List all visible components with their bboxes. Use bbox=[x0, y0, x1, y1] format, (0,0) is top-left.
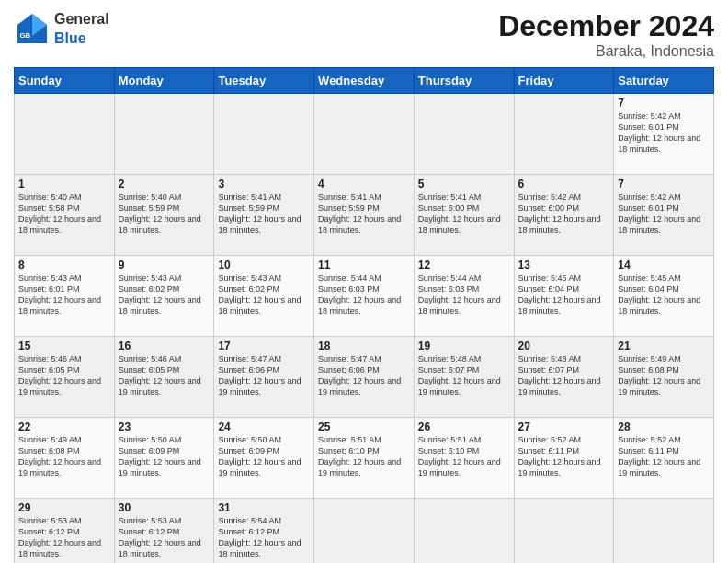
day-detail: Sunrise: 5:46 AMSunset: 6:05 PMDaylight:… bbox=[119, 353, 210, 398]
day-detail: Sunrise: 5:42 AMSunset: 6:00 PMDaylight:… bbox=[518, 191, 610, 236]
calendar-table: Sunday Monday Tuesday Wednesday Thursday… bbox=[14, 67, 714, 563]
day-detail: Sunrise: 5:44 AMSunset: 6:03 PMDaylight:… bbox=[318, 272, 410, 317]
page: GB General Blue December 2024 Baraka, In… bbox=[0, 0, 728, 563]
day-detail: Sunrise: 5:44 AMSunset: 6:03 PMDaylight:… bbox=[418, 272, 510, 317]
table-row: 20Sunrise: 5:48 AMSunset: 6:07 PMDayligh… bbox=[514, 337, 614, 418]
table-row: 21Sunrise: 5:49 AMSunset: 6:08 PMDayligh… bbox=[614, 337, 714, 418]
calendar-week-row: 22Sunrise: 5:49 AMSunset: 6:08 PMDayligh… bbox=[15, 418, 714, 499]
table-row bbox=[414, 94, 514, 175]
day-number: 3 bbox=[218, 178, 310, 190]
day-detail: Sunrise: 5:42 AMSunset: 6:01 PMDaylight:… bbox=[618, 191, 710, 236]
table-row: 31Sunrise: 5:54 AMSunset: 6:12 PMDayligh… bbox=[214, 499, 314, 564]
day-number: 4 bbox=[318, 178, 410, 190]
day-number: 26 bbox=[418, 420, 510, 433]
col-thursday: Thursday bbox=[414, 68, 514, 94]
day-detail: Sunrise: 5:54 AMSunset: 6:12 PMDaylight:… bbox=[218, 515, 310, 560]
day-detail: Sunrise: 5:53 AMSunset: 6:12 PMDaylight:… bbox=[18, 515, 110, 560]
table-row: 26Sunrise: 5:51 AMSunset: 6:10 PMDayligh… bbox=[414, 418, 514, 499]
day-number: 13 bbox=[518, 259, 610, 271]
day-number: 29 bbox=[18, 501, 110, 514]
day-detail: Sunrise: 5:40 AMSunset: 5:59 PMDaylight:… bbox=[119, 191, 210, 236]
table-row bbox=[614, 499, 714, 564]
day-number: 7 bbox=[618, 97, 710, 109]
table-row: 30Sunrise: 5:53 AMSunset: 6:12 PMDayligh… bbox=[114, 499, 214, 564]
table-row: 1Sunrise: 5:40 AMSunset: 5:58 PMDaylight… bbox=[15, 175, 115, 256]
day-number: 6 bbox=[518, 178, 610, 190]
logo: GB General Blue bbox=[14, 9, 109, 48]
day-detail: Sunrise: 5:47 AMSunset: 6:06 PMDaylight:… bbox=[218, 353, 310, 398]
table-row: 13Sunrise: 5:45 AMSunset: 6:04 PMDayligh… bbox=[514, 256, 614, 337]
day-number: 10 bbox=[218, 259, 310, 271]
calendar-week-row: 1Sunrise: 5:40 AMSunset: 5:58 PMDaylight… bbox=[15, 175, 714, 256]
day-detail: Sunrise: 5:43 AMSunset: 6:01 PMDaylight:… bbox=[18, 272, 110, 317]
day-number: 14 bbox=[618, 259, 710, 271]
day-detail: Sunrise: 5:46 AMSunset: 6:05 PMDaylight:… bbox=[18, 353, 110, 398]
day-detail: Sunrise: 5:45 AMSunset: 6:04 PMDaylight:… bbox=[618, 272, 710, 317]
table-row: 7Sunrise: 5:42 AMSunset: 6:01 PMDaylight… bbox=[614, 175, 714, 256]
day-detail: Sunrise: 5:40 AMSunset: 5:58 PMDaylight:… bbox=[18, 191, 110, 236]
table-row: 14Sunrise: 5:45 AMSunset: 6:04 PMDayligh… bbox=[614, 256, 714, 337]
table-row: 23Sunrise: 5:50 AMSunset: 6:09 PMDayligh… bbox=[114, 418, 214, 499]
day-number: 9 bbox=[119, 259, 210, 271]
table-row: 4Sunrise: 5:41 AMSunset: 5:59 PMDaylight… bbox=[314, 175, 415, 256]
table-row: 7Sunrise: 5:42 AMSunset: 6:01 PMDaylight… bbox=[614, 94, 714, 175]
table-row: 9Sunrise: 5:43 AMSunset: 6:02 PMDaylight… bbox=[114, 256, 214, 337]
calendar-header-row: Sunday Monday Tuesday Wednesday Thursday… bbox=[15, 68, 714, 94]
day-number: 7 bbox=[618, 178, 710, 190]
table-row bbox=[514, 94, 614, 175]
day-detail: Sunrise: 5:52 AMSunset: 6:11 PMDaylight:… bbox=[518, 434, 610, 479]
col-saturday: Saturday bbox=[614, 68, 714, 94]
table-row bbox=[414, 499, 514, 564]
table-row: 22Sunrise: 5:49 AMSunset: 6:08 PMDayligh… bbox=[15, 418, 115, 499]
calendar-week-row: 8Sunrise: 5:43 AMSunset: 6:01 PMDaylight… bbox=[15, 256, 714, 337]
table-row: 27Sunrise: 5:52 AMSunset: 6:11 PMDayligh… bbox=[514, 418, 614, 499]
table-row: 28Sunrise: 5:52 AMSunset: 6:11 PMDayligh… bbox=[614, 418, 714, 499]
header: GB General Blue December 2024 Baraka, In… bbox=[14, 9, 714, 60]
table-row: 25Sunrise: 5:51 AMSunset: 6:10 PMDayligh… bbox=[314, 418, 415, 499]
col-sunday: Sunday bbox=[15, 68, 115, 94]
day-detail: Sunrise: 5:43 AMSunset: 6:02 PMDaylight:… bbox=[218, 272, 310, 317]
day-number: 30 bbox=[119, 501, 210, 514]
day-detail: Sunrise: 5:50 AMSunset: 6:09 PMDaylight:… bbox=[218, 434, 310, 479]
table-row: 24Sunrise: 5:50 AMSunset: 6:09 PMDayligh… bbox=[214, 418, 314, 499]
calendar-week-row: 15Sunrise: 5:46 AMSunset: 6:05 PMDayligh… bbox=[15, 337, 714, 418]
day-detail: Sunrise: 5:45 AMSunset: 6:04 PMDaylight:… bbox=[518, 272, 610, 317]
day-number: 25 bbox=[318, 420, 410, 433]
day-detail: Sunrise: 5:41 AMSunset: 5:59 PMDaylight:… bbox=[318, 191, 410, 236]
main-title: December 2024 bbox=[498, 9, 714, 43]
table-row: 17Sunrise: 5:47 AMSunset: 6:06 PMDayligh… bbox=[214, 337, 314, 418]
day-number: 1 bbox=[18, 178, 110, 190]
day-number: 12 bbox=[418, 259, 510, 271]
table-row bbox=[15, 94, 115, 175]
day-number: 20 bbox=[518, 339, 610, 352]
table-row: 10Sunrise: 5:43 AMSunset: 6:02 PMDayligh… bbox=[214, 256, 314, 337]
day-detail: Sunrise: 5:48 AMSunset: 6:07 PMDaylight:… bbox=[418, 353, 510, 398]
day-number: 16 bbox=[119, 339, 210, 352]
table-row: 11Sunrise: 5:44 AMSunset: 6:03 PMDayligh… bbox=[314, 256, 415, 337]
day-detail: Sunrise: 5:43 AMSunset: 6:02 PMDaylight:… bbox=[119, 272, 210, 317]
day-detail: Sunrise: 5:49 AMSunset: 6:08 PMDaylight:… bbox=[618, 353, 710, 398]
day-detail: Sunrise: 5:51 AMSunset: 6:10 PMDaylight:… bbox=[418, 434, 510, 479]
day-detail: Sunrise: 5:53 AMSunset: 6:12 PMDaylight:… bbox=[119, 515, 210, 560]
table-row: 19Sunrise: 5:48 AMSunset: 6:07 PMDayligh… bbox=[414, 337, 514, 418]
calendar-week-row: 7Sunrise: 5:42 AMSunset: 6:01 PMDaylight… bbox=[15, 94, 714, 175]
day-number: 23 bbox=[119, 420, 210, 433]
day-detail: Sunrise: 5:50 AMSunset: 6:09 PMDaylight:… bbox=[119, 434, 210, 479]
table-row: 6Sunrise: 5:42 AMSunset: 6:00 PMDaylight… bbox=[514, 175, 614, 256]
day-number: 15 bbox=[18, 339, 110, 352]
day-number: 19 bbox=[418, 339, 510, 352]
day-number: 27 bbox=[518, 420, 610, 433]
logo-blue-text: Blue bbox=[54, 30, 86, 46]
day-number: 21 bbox=[618, 339, 710, 352]
day-number: 11 bbox=[318, 259, 410, 271]
table-row: 12Sunrise: 5:44 AMSunset: 6:03 PMDayligh… bbox=[414, 256, 514, 337]
table-row bbox=[214, 94, 314, 175]
col-tuesday: Tuesday bbox=[214, 68, 314, 94]
day-number: 2 bbox=[119, 178, 210, 190]
logo-general-text: General bbox=[54, 11, 109, 27]
day-number: 24 bbox=[218, 420, 310, 433]
table-row: 29Sunrise: 5:53 AMSunset: 6:12 PMDayligh… bbox=[15, 499, 115, 564]
day-number: 22 bbox=[18, 420, 110, 433]
day-detail: Sunrise: 5:48 AMSunset: 6:07 PMDaylight:… bbox=[518, 353, 610, 398]
day-number: 17 bbox=[218, 339, 310, 352]
